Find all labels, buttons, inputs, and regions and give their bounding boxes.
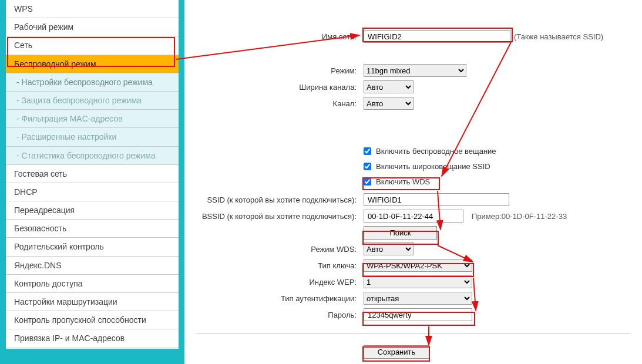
ssid-broadcast-label: Включить широковещание SSID <box>371 162 490 171</box>
sidebar-item-bandwidth-control[interactable]: Контроль пропускной способности <box>6 311 179 329</box>
bssid-connect-input[interactable] <box>364 210 463 223</box>
wds-mode-select[interactable]: Авто <box>364 242 414 255</box>
sidebar-item-network[interactable]: Сеть <box>6 36 179 55</box>
network-name-label: Имя сети: <box>196 32 364 41</box>
sidebar-item-routing[interactable]: Настройки маршрутизации <box>6 293 179 311</box>
password-label: Пароль: <box>196 311 364 319</box>
bssid-connect-label: BSSID (к которой вы хотите подключиться)… <box>196 212 364 221</box>
sidebar-item-security[interactable]: Безопасность <box>6 220 179 238</box>
sidebar-item-wireless-stats[interactable]: - Статистика беспроводного режима <box>6 147 179 165</box>
search-button[interactable]: Поиск <box>364 226 437 240</box>
save-button[interactable]: Сохранить <box>364 345 429 359</box>
sidebar-item-wireless-settings[interactable]: - Настройки беспроводного режима <box>6 73 179 92</box>
enable-wds-label: Включить WDS <box>371 177 430 186</box>
sidebar-item-parental-control[interactable]: Родительский контроль <box>6 238 179 256</box>
auth-type-select[interactable]: открытая <box>364 292 472 305</box>
sidebar-item-mac-filter[interactable]: - Фильтрация MAC-адресов <box>6 110 179 128</box>
bssid-example: Пример:00-1D-0F-11-22-33 <box>463 212 567 221</box>
wireless-broadcast-label: Включить беспроводное вещание <box>371 147 496 156</box>
key-type-label: Тип ключа: <box>196 261 364 270</box>
key-type-select[interactable]: WPA-PSK/WPA2-PSK <box>364 259 472 272</box>
enable-wds-checkbox[interactable] <box>364 178 371 186</box>
mode-label: Режим: <box>196 66 364 75</box>
channel-width-select[interactable]: Авто <box>364 80 414 93</box>
sidebar: WPS Рабочий режим Сеть Беспроводной режи… <box>6 0 179 364</box>
auth-type-label: Тип аутентификации: <box>196 294 364 303</box>
sidebar-item-yandex-dns[interactable]: Яндекс.DNS <box>6 257 179 275</box>
sidebar-item-wireless[interactable]: Беспроводной режим <box>6 55 179 73</box>
ssid-broadcast-checkbox[interactable] <box>364 163 371 170</box>
sidebar-item-forwarding[interactable]: Переадресация <box>6 201 179 220</box>
sidebar-item-wps[interactable]: WPS <box>6 0 179 18</box>
sidebar-item-access-control[interactable]: Контроль доступа <box>6 275 179 293</box>
network-name-input[interactable] <box>364 30 510 43</box>
wep-index-label: Индекс WEP: <box>196 278 364 287</box>
wds-mode-label: Режим WDS: <box>196 245 364 254</box>
ssid-note: (Также называется SSID) <box>510 32 603 41</box>
channel-label: Канал: <box>196 99 364 108</box>
password-input[interactable] <box>364 308 472 321</box>
channel-width-label: Ширина канала: <box>196 83 364 92</box>
ssid-connect-input[interactable] <box>364 193 509 206</box>
sidebar-item-guest-network[interactable]: Гостевая сеть <box>6 165 179 183</box>
sidebar-item-operation-mode[interactable]: Рабочий режим <box>6 18 179 36</box>
sidebar-item-advanced[interactable]: - Расширенные настройки <box>6 128 179 146</box>
sidebar-item-wireless-security[interactable]: - Защита беспроводного режима <box>6 92 179 110</box>
wireless-broadcast-checkbox[interactable] <box>364 147 371 155</box>
sidebar-item-dhcp[interactable]: DHCP <box>6 183 179 201</box>
channel-select[interactable]: Авто <box>364 97 414 110</box>
mode-select[interactable]: 11bgn mixed <box>364 64 466 77</box>
wep-index-select[interactable]: 1 <box>364 275 472 288</box>
sidebar-item-ip-mac-binding[interactable]: Привязка IP- и MAC-адресов <box>6 329 179 348</box>
ssid-connect-label: SSID (к которой вы хотите подключиться): <box>196 196 364 204</box>
content-panel: Имя сети: (Также называется SSID) Режим:… <box>184 0 642 364</box>
